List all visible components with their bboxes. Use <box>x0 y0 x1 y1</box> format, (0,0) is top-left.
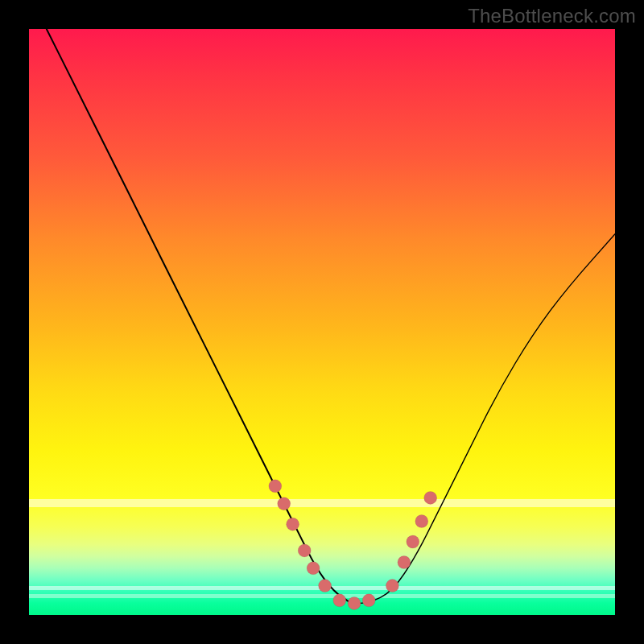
bottleneck-curve-left <box>47 29 352 603</box>
highlight-dot <box>415 515 428 528</box>
highlight-dot <box>307 562 320 575</box>
highlight-dot <box>287 518 299 530</box>
bottleneck-curve-right <box>351 234 615 604</box>
highlight-dot <box>269 480 282 493</box>
highlight-dot <box>319 580 332 592</box>
highlight-dot <box>407 535 419 548</box>
highlight-dot <box>298 544 311 557</box>
plot-area <box>29 29 615 615</box>
curve-svg <box>29 29 615 615</box>
highlight-dot <box>348 597 361 609</box>
highlight-dot <box>424 491 437 504</box>
highlight-dot <box>333 594 346 607</box>
watermark-text: TheBottleneck.com <box>468 5 636 27</box>
chart-frame: TheBottleneck.com <box>0 0 644 644</box>
highlight-dot <box>278 497 291 510</box>
highlight-dot <box>398 556 411 569</box>
highlight-dots-group <box>269 480 437 610</box>
highlight-dot <box>386 580 398 592</box>
highlight-dot <box>362 594 375 607</box>
